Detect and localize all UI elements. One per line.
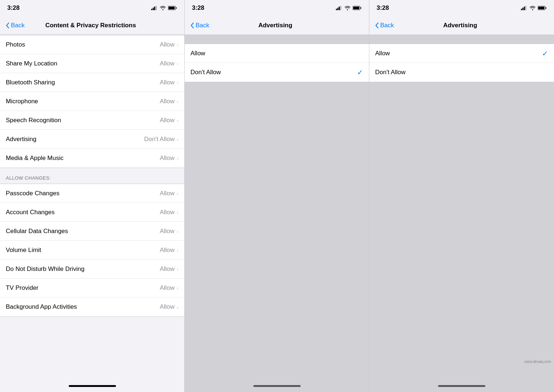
back-button-left[interactable]: Back <box>6 22 25 29</box>
item-label-bg-activities: Background App Activities <box>6 303 77 311</box>
status-icons-middle <box>336 6 362 10</box>
top-spacer-right <box>369 35 554 44</box>
chevron-advertising: › <box>177 136 178 142</box>
battery-icon-right <box>538 6 547 10</box>
back-button-right[interactable]: Back <box>375 22 394 29</box>
chevron-left-icon <box>6 23 9 28</box>
option-allow-label-middle: Allow <box>190 50 205 57</box>
list-item-volume[interactable]: Volume Limit Allow › <box>0 241 184 260</box>
gray-block-right: www.deuaq.com <box>369 82 554 380</box>
checkmark-dont-allow-middle: ✓ <box>357 68 363 77</box>
item-value-group-advertising: Don't Allow › <box>144 136 178 143</box>
chevron-left-icon-mid <box>190 23 194 28</box>
nav-bar-middle: Back Advertising <box>185 16 369 35</box>
privacy-group: Photos Allow › Share My Location Allow ›… <box>0 35 184 168</box>
chevron-bg-activities: › <box>177 304 178 310</box>
time-middle: 3:28 <box>192 4 204 12</box>
list-item-speech[interactable]: Speech Recognition Allow › <box>0 111 184 130</box>
item-label-media: Media & Apple Music <box>6 155 64 162</box>
home-indicator-left <box>0 380 184 392</box>
chevron-volume: › <box>177 247 178 253</box>
list-item-cellular[interactable]: Cellular Data Changes Allow › <box>0 222 184 241</box>
list-item-bg-activities[interactable]: Background App Activities Allow › <box>0 297 184 316</box>
option-group-middle: Allow Don't Allow ✓ <box>185 44 369 82</box>
option-dont-allow-label-right: Don't Allow <box>375 69 406 76</box>
item-value-media: Allow <box>160 155 174 162</box>
chevron-cellular: › <box>177 228 178 234</box>
gray-block-middle <box>185 82 369 380</box>
item-value-bg-activities: Allow <box>160 303 174 311</box>
item-value-group-photos: Allow › <box>160 41 178 48</box>
item-value-group-cellular: Allow › <box>160 228 178 235</box>
settings-list: Photos Allow › Share My Location Allow ›… <box>0 35 184 380</box>
wifi-icon-mid <box>345 6 350 10</box>
item-label-account: Account Changes <box>6 209 55 216</box>
list-item-media[interactable]: Media & Apple Music Allow › <box>0 149 184 168</box>
svg-rect-19 <box>538 7 545 9</box>
item-value-account: Allow <box>160 209 174 216</box>
item-value-tv-provider: Allow <box>160 284 174 292</box>
nav-bar-left: Back Content & Privacy Restrictions <box>0 16 184 35</box>
item-label-dnd-driving: Do Not Disturb While Driving <box>6 265 84 273</box>
list-item-bluetooth[interactable]: Bluetooth Sharing Allow › <box>0 73 184 92</box>
home-bar-middle <box>253 385 301 387</box>
home-bar-right <box>438 385 485 387</box>
svg-rect-5 <box>169 7 175 9</box>
item-label-photos: Photos <box>6 41 25 48</box>
nav-title-left: Content & Privacy Restrictions <box>25 22 157 29</box>
item-value-group-bg-activities: Allow › <box>160 303 178 311</box>
list-item-tv-provider[interactable]: TV Provider Allow › <box>0 279 184 297</box>
option-dont-allow-middle[interactable]: Don't Allow ✓ <box>185 63 369 82</box>
list-item-advertising[interactable]: Advertising Don't Allow › <box>0 130 184 149</box>
list-item-microphone[interactable]: Microphone Allow › <box>0 92 184 111</box>
wifi-icon <box>160 6 166 10</box>
allow-changes-group: Passcode Changes Allow › Account Changes… <box>0 184 184 317</box>
status-bar-left: 3:28 <box>0 0 184 16</box>
svg-rect-9 <box>339 7 340 10</box>
list-item-share-location[interactable]: Share My Location Allow › <box>0 54 184 73</box>
svg-rect-13 <box>361 7 361 9</box>
item-value-group-share-location: Allow › <box>160 60 178 67</box>
top-spacer-middle <box>185 35 369 44</box>
item-value-group-tv-provider: Allow › <box>160 284 178 292</box>
item-label-advertising: Advertising <box>6 136 36 143</box>
item-value-passcode: Allow <box>160 190 174 197</box>
item-label-bluetooth: Bluetooth Sharing <box>6 79 55 86</box>
signal-icon <box>151 6 158 10</box>
option-allow-right[interactable]: Allow ✓ <box>369 44 554 63</box>
time-left: 3:28 <box>7 4 20 12</box>
svg-rect-16 <box>524 7 525 10</box>
time-right: 3:28 <box>377 4 389 12</box>
list-item-account[interactable]: Account Changes Allow › <box>0 203 184 222</box>
nav-title-right: Advertising <box>394 22 526 29</box>
item-value-bluetooth: Allow <box>160 79 174 86</box>
option-allow-middle[interactable]: Allow <box>185 44 369 63</box>
item-label-tv-provider: TV Provider <box>6 284 39 292</box>
item-label-passcode: Passcode Changes <box>6 190 59 197</box>
item-label-volume: Volume Limit <box>6 247 41 254</box>
item-value-photos: Allow <box>160 41 174 48</box>
option-allow-label-right: Allow <box>375 50 390 57</box>
back-label-right: Back <box>380 22 394 29</box>
chevron-tv-provider: › <box>177 285 178 291</box>
back-label-left: Back <box>11 22 25 29</box>
list-item-dnd-driving[interactable]: Do Not Disturb While Driving Allow › <box>0 260 184 279</box>
item-value-group-dnd-driving: Allow › <box>160 265 178 273</box>
chevron-speech: › <box>177 117 178 123</box>
item-label-cellular: Cellular Data Changes <box>6 228 68 235</box>
item-value-group-media: Allow › <box>160 155 178 162</box>
list-item-photos[interactable]: Photos Allow › <box>0 35 184 54</box>
checkmark-allow-right: ✓ <box>542 49 548 58</box>
middle-panel: 3:28 Back <box>185 0 369 392</box>
home-bar-left <box>69 385 116 387</box>
signal-icon-mid <box>336 6 342 10</box>
back-button-middle[interactable]: Back <box>190 22 209 29</box>
item-value-group-microphone: Allow › <box>160 98 178 105</box>
svg-rect-3 <box>156 6 157 10</box>
battery-icon-mid <box>353 6 362 10</box>
status-bar-right: 3:28 <box>369 0 554 16</box>
list-item-passcode[interactable]: Passcode Changes Allow › <box>0 184 184 203</box>
home-indicator-middle <box>185 380 369 392</box>
item-value-cellular: Allow <box>160 228 174 235</box>
option-dont-allow-right[interactable]: Don't Allow <box>369 63 554 82</box>
